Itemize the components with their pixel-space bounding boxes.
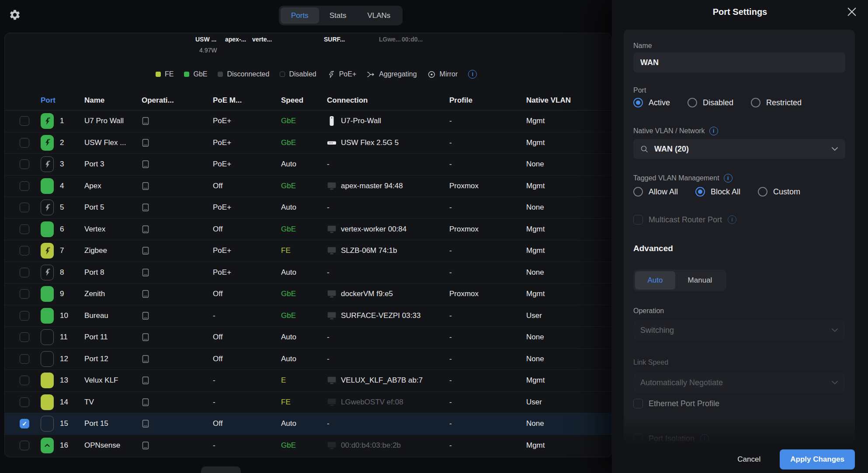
info-icon[interactable]: i [709, 127, 718, 135]
legend-label: Mirror [440, 70, 458, 78]
table-row[interactable]: 3 Port 3 PoE+ Auto - - None [5, 154, 611, 176]
radio-label: Active [649, 98, 670, 107]
native-vlan: Mgmt [526, 117, 611, 125]
cancel-button[interactable]: Cancel [737, 455, 760, 464]
info-icon[interactable]: i [728, 215, 736, 224]
pagination-stub-button[interactable] [201, 466, 241, 473]
connection-cell: LGwebOSTV ef:08 [327, 397, 449, 407]
table-row[interactable]: 7 Zigbee PoE+ FE SLZB-06M 74:1b - Mgmt [5, 240, 611, 262]
tagged-vlan-radio-allow-all[interactable]: Allow All [633, 187, 678, 197]
tab-ports[interactable]: Ports [281, 7, 319, 24]
advanced-mode-toggle: AutoManual [633, 269, 726, 291]
row-checkbox[interactable] [20, 376, 29, 385]
table-row[interactable]: 13 Velux KLF - E VELUX_KLF_AB7B ab:7 - M… [5, 370, 611, 392]
legend-label: FE [165, 70, 174, 78]
native-vlan-select[interactable]: WAN (20) [633, 139, 845, 159]
name-input[interactable]: WAN [633, 52, 845, 73]
column-header-speed[interactable]: Speed [281, 96, 303, 105]
column-header-operati[interactable]: Operati... [142, 96, 174, 105]
row-checkbox[interactable] [20, 289, 29, 299]
radio-button[interactable] [695, 187, 705, 197]
info-icon[interactable]: i [724, 174, 733, 183]
radio-button[interactable] [633, 98, 643, 107]
column-header-name[interactable]: Name [84, 96, 104, 105]
checkbox-box[interactable] [633, 215, 643, 224]
radio-button[interactable] [758, 187, 767, 197]
column-header-poe-m[interactable]: PoE M... [213, 96, 242, 105]
tab-stats[interactable]: Stats [319, 7, 357, 24]
tab-vlans[interactable]: VLANs [357, 7, 401, 24]
row-checkbox[interactable]: ✓ [20, 419, 29, 428]
profile: - [449, 117, 526, 125]
port-number: 8 [60, 268, 84, 277]
radio-button[interactable] [751, 98, 760, 107]
info-icon[interactable]: i [700, 434, 709, 443]
row-checkbox[interactable] [20, 332, 29, 342]
tagged-vlan-radio-block-all[interactable]: Block All [695, 187, 740, 197]
row-checkbox[interactable] [20, 159, 29, 169]
connection-name: SURFACE-VEZPI 03:33 [341, 311, 420, 320]
table-row[interactable]: 16 OPNsense - GbE 00:d0:b4:03:be:2b - Mg… [5, 435, 611, 457]
table-row[interactable]: ✓ 15 Port 15 Off Auto - - None [5, 413, 611, 435]
table-row[interactable]: 12 Port 12 Off Auto - - None [5, 349, 611, 370]
row-checkbox[interactable] [20, 224, 29, 234]
row-checkbox[interactable] [20, 203, 29, 212]
row-checkbox[interactable] [20, 116, 29, 126]
operation-switch-icon [142, 441, 213, 450]
checkbox-box[interactable] [633, 434, 643, 443]
column-header-port[interactable]: Port [41, 96, 56, 105]
table-row[interactable]: 14 TV - FE LGwebOSTV ef:08 - User [5, 392, 611, 414]
connection-cell: - [327, 160, 449, 169]
connection-name: SLZB-06M 74:1b [341, 246, 397, 255]
table-row[interactable]: 10 Bureau - GbE SURFACE-VEZPI 03:33 - Us… [5, 305, 611, 327]
row-checkbox[interactable] [20, 354, 29, 364]
profile: - [449, 355, 526, 363]
operation-select[interactable]: Switching [633, 320, 845, 340]
column-header-connection[interactable]: Connection [327, 96, 368, 105]
table-row[interactable]: 6 Vertex Off GbE vertex-worker 00:84 Pro… [5, 219, 611, 241]
row-checkbox[interactable] [20, 441, 29, 450]
table-row[interactable]: 2 USW Flex ... PoE+ GbE USW Flex 2.5G 5 … [5, 132, 611, 154]
column-header-profile[interactable]: Profile [449, 96, 472, 105]
settings-gear-icon[interactable] [9, 9, 21, 21]
radio-label: Allow All [649, 187, 678, 197]
operation-label: Operation [633, 307, 664, 315]
ethernet-port-profile-checkbox[interactable]: Ethernet Port Profile [633, 399, 719, 408]
apply-changes-button[interactable]: Apply Changes [780, 449, 855, 470]
radio-button[interactable] [687, 98, 697, 107]
close-icon[interactable] [847, 7, 857, 17]
client-device-icon [327, 375, 337, 386]
table-row[interactable]: 5 Port 5 PoE+ Auto - - None [5, 197, 611, 219]
port-status-icon [41, 438, 54, 453]
connection-name: - [327, 203, 330, 212]
multicast-router-port-checkbox[interactable]: Multicast Router Port i [633, 215, 736, 224]
link-speed-select[interactable]: Automatically Negotiate [633, 373, 845, 393]
table-row[interactable]: 11 Port 11 Off Auto - - None [5, 327, 611, 349]
port-state-radio-active[interactable]: Active [633, 98, 670, 107]
native-vlan: User [526, 311, 611, 320]
mode-segment-manual[interactable]: Manual [675, 271, 725, 290]
row-checkbox[interactable] [20, 311, 29, 321]
mode-segment-auto[interactable]: Auto [635, 271, 675, 290]
row-checkbox[interactable] [20, 181, 29, 191]
tagged-vlan-radio-custom[interactable]: Custom [758, 187, 800, 197]
checkbox-box[interactable] [633, 399, 643, 408]
table-row[interactable]: 8 Port 8 PoE+ Auto - - None [5, 262, 611, 284]
table-row[interactable]: 1 U7 Pro Wall PoE+ GbE U7-Pro-Wall - Mgm… [5, 110, 611, 132]
port-state-radio-disabled[interactable]: Disabled [687, 98, 733, 107]
table-row[interactable]: 9 Zenith Off GbE dockerVM f9:e5 Proxmox … [5, 283, 611, 305]
row-checkbox[interactable] [20, 138, 29, 148]
port-isolation-checkbox[interactable]: Port Isolation i [633, 434, 709, 443]
column-header-native-vlan[interactable]: Native VLAN [526, 96, 571, 105]
native-vlan-label-text: Native VLAN / Network [633, 127, 705, 135]
port-status-icon [41, 394, 54, 410]
row-checkbox[interactable] [20, 246, 29, 255]
table-row[interactable]: 4 Apex Off GbE apex-master 94:48 Proxmox… [5, 176, 611, 197]
port-isolation-label: Port Isolation [649, 434, 694, 443]
connection-cell: apex-master 94:48 [327, 181, 449, 191]
row-checkbox[interactable] [20, 397, 29, 407]
row-checkbox[interactable] [20, 268, 29, 277]
port-state-radio-restricted[interactable]: Restricted [751, 98, 802, 107]
info-icon[interactable]: i [468, 70, 477, 79]
radio-button[interactable] [633, 187, 643, 197]
